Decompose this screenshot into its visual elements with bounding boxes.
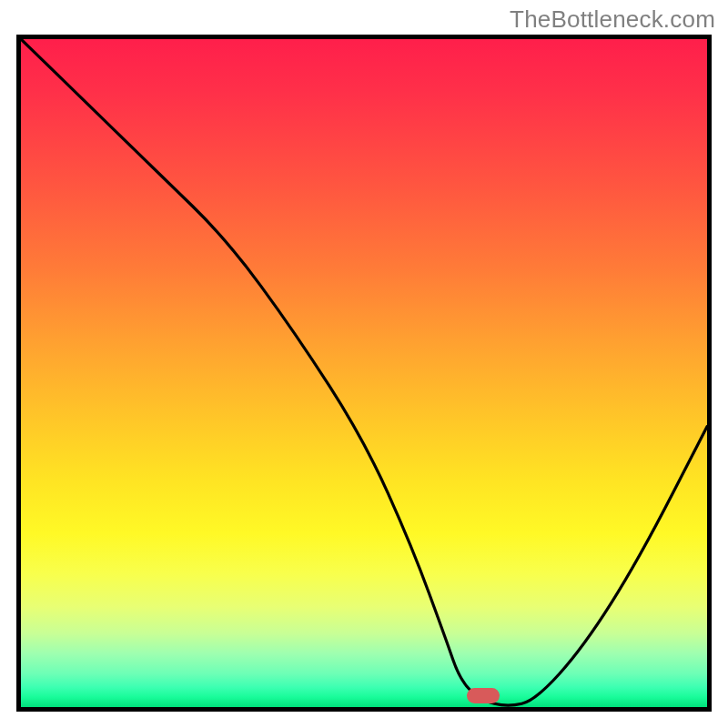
optimal-marker	[467, 688, 500, 703]
curve-path	[21, 39, 707, 705]
chart-container: TheBottleneck.com	[0, 0, 728, 728]
bottleneck-curve	[21, 39, 707, 707]
plot-frame	[16, 35, 712, 712]
watermark-text: TheBottleneck.com	[510, 5, 715, 34]
